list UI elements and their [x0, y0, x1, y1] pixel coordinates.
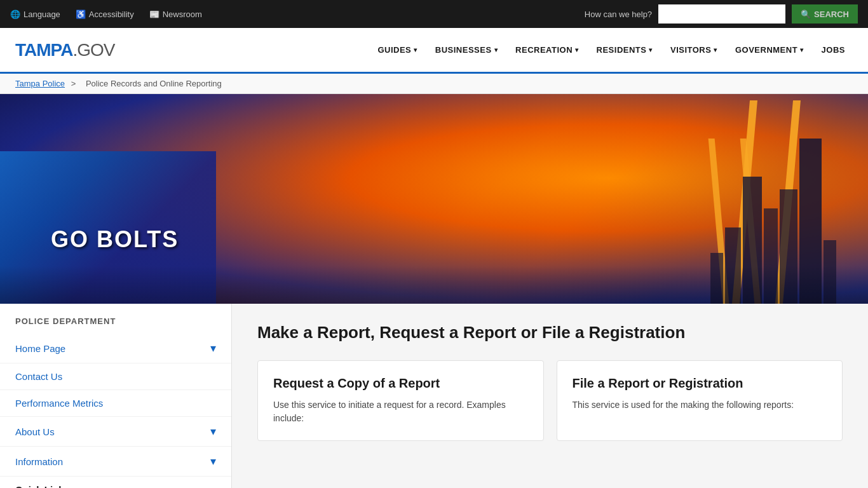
nav-government[interactable]: GOVERNMENT ▾ — [728, 27, 811, 73]
sidebar-item-performancemetrics[interactable]: Performance Metrics — [0, 390, 231, 417]
page-title: Make a Report, Request a Report or File … — [257, 323, 843, 342]
sidebar-item-label: Contact Us — [15, 371, 62, 382]
nav-residents[interactable]: RESIDENTS ▾ — [589, 27, 660, 73]
sidebar-item-label: Home Page — [15, 343, 65, 354]
chevron-down-icon: ▾ — [575, 46, 579, 53]
sidebar-item-quicklinks[interactable]: Quick Links — [0, 477, 231, 488]
content-area: Make a Report, Request a Report or File … — [232, 304, 868, 488]
sidebar-item-label: About Us — [15, 426, 55, 437]
sidebar-item-information[interactable]: Information ▾ — [0, 447, 231, 477]
accessibility-link[interactable]: Accessibility — [76, 10, 134, 19]
logo-tampa: TAMPA — [15, 40, 72, 60]
expand-icon: ▾ — [210, 341, 216, 355]
accessibility-label: Accessibility — [89, 10, 134, 19]
newsroom-icon — [149, 10, 159, 19]
nav-recreation-label: RECREATION — [515, 45, 573, 55]
language-icon — [10, 10, 20, 19]
nav-recreation[interactable]: RECREATION ▾ — [508, 27, 586, 73]
hero-overlay — [0, 266, 868, 304]
sidebar-item-aboutus[interactable]: About Us ▾ — [0, 417, 231, 447]
card-text: Use this service to initiate a request f… — [273, 398, 528, 425]
sidebar: POLICE DEPARTMENT Home Page ▾ Contact Us… — [0, 304, 232, 488]
nav-visitors[interactable]: VISITORS ▾ — [663, 27, 725, 73]
sidebar-item-label: Information — [15, 456, 63, 467]
main-nav: GUIDES ▾ BUSINESSES ▾ RECREATION ▾ RESID… — [370, 27, 853, 73]
sidebar-section-title: POLICE DEPARTMENT — [0, 316, 231, 334]
main-content: POLICE DEPARTMENT Home Page ▾ Contact Us… — [0, 304, 868, 488]
top-bar-links: Language Accessibility Newsroom — [10, 10, 202, 19]
logo[interactable]: TAMPA.GOV — [15, 40, 114, 60]
cards-row: Request a Copy of a Report Use this serv… — [257, 360, 843, 441]
newsroom-label: Newsroom — [163, 10, 202, 19]
language-link[interactable]: Language — [10, 10, 60, 19]
language-label: Language — [24, 10, 60, 19]
breadcrumb: Tampa Police > Police Records and Online… — [0, 74, 868, 94]
logo-gov: .GOV — [72, 40, 114, 60]
hero-image: GO BOLTS — [0, 94, 868, 304]
header: TAMPA.GOV GUIDES ▾ BUSINESSES ▾ RECREATI… — [0, 28, 868, 74]
chevron-down-icon: ▾ — [800, 46, 804, 53]
expand-icon: ▾ — [210, 424, 216, 438]
top-bar-search: How can we help? SEARCH — [585, 4, 858, 24]
hero-bolts-text: GO BOLTS — [51, 226, 179, 253]
card-title: File a Report or Registration — [573, 376, 827, 391]
expand-icon: ▾ — [210, 454, 216, 468]
nav-businesses[interactable]: BUSINESSES ▾ — [428, 27, 505, 73]
nav-jobs-label: JOBS — [822, 45, 845, 55]
sidebar-item-contactus[interactable]: Contact Us — [0, 363, 231, 390]
top-bar: Language Accessibility Newsroom How can … — [0, 0, 868, 28]
nav-guides-label: GUIDES — [377, 45, 411, 55]
sidebar-item-label: Quick Links — [15, 484, 69, 488]
card-request-report: Request a Copy of a Report Use this serv… — [257, 360, 544, 441]
search-icon — [801, 10, 811, 19]
nav-residents-label: RESIDENTS — [597, 45, 647, 55]
nav-visitors-label: VISITORS — [670, 45, 711, 55]
search-prompt: How can we help? — [585, 10, 652, 19]
chevron-down-icon: ▾ — [414, 46, 417, 53]
card-text: This service is used for the making the … — [573, 398, 827, 412]
accessibility-icon — [76, 10, 86, 19]
nav-jobs[interactable]: JOBS — [814, 27, 853, 73]
chevron-down-icon: ▾ — [714, 46, 717, 53]
newsroom-link[interactable]: Newsroom — [149, 10, 202, 19]
chevron-down-icon: ▾ — [494, 46, 498, 53]
nav-businesses-label: BUSINESSES — [435, 45, 492, 55]
nav-government-label: GOVERNMENT — [735, 45, 797, 55]
breadcrumb-separator: > — [71, 79, 76, 88]
search-input[interactable] — [658, 4, 785, 24]
chevron-down-icon: ▾ — [649, 46, 653, 53]
sidebar-item-label: Performance Metrics — [15, 398, 103, 409]
card-file-report: File a Report or Registration This servi… — [557, 360, 843, 441]
nav-guides[interactable]: GUIDES ▾ — [370, 27, 424, 73]
sidebar-item-homepage[interactable]: Home Page ▾ — [0, 334, 231, 363]
breadcrumb-current: Police Records and Online Reporting — [86, 79, 222, 88]
breadcrumb-parent[interactable]: Tampa Police — [15, 79, 65, 88]
search-button[interactable]: SEARCH — [792, 4, 858, 24]
search-button-label: SEARCH — [814, 10, 849, 19]
card-title: Request a Copy of a Report — [273, 376, 528, 391]
